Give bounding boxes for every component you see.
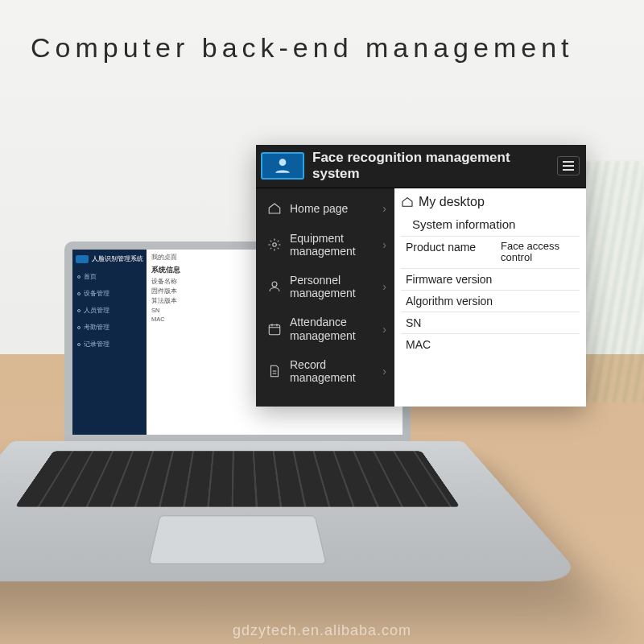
chevron-right-icon: › bbox=[382, 323, 386, 336]
info-value bbox=[501, 273, 580, 286]
sidebar-item-record[interactable]: Record management › bbox=[256, 350, 394, 392]
chevron-right-icon: › bbox=[382, 280, 386, 293]
svg-point-1 bbox=[273, 243, 277, 247]
info-value bbox=[501, 316, 580, 329]
document-icon bbox=[267, 364, 282, 378]
svg-point-0 bbox=[279, 159, 287, 166]
info-key: Product name bbox=[406, 241, 501, 264]
panel-header: Face recognition management system bbox=[256, 145, 586, 188]
sidebar-item-label: Record management bbox=[290, 358, 374, 384]
mini-app-logo: 人脸识别管理系统 bbox=[76, 254, 143, 263]
info-key: Algorithm version bbox=[406, 295, 501, 308]
keyboard bbox=[15, 451, 460, 506]
card-title: System information bbox=[401, 214, 580, 236]
mini-nav-item[interactable]: 考勤管理 bbox=[76, 319, 143, 336]
info-key: Firmware version bbox=[406, 273, 501, 286]
trackpad bbox=[148, 515, 327, 564]
home-icon bbox=[267, 201, 282, 216]
calendar-icon bbox=[267, 322, 282, 336]
info-row: Algorithm version bbox=[401, 290, 580, 312]
mini-nav-item[interactable]: 人员管理 bbox=[76, 302, 143, 319]
info-key: MAC bbox=[406, 338, 501, 351]
chevron-right-icon: › bbox=[382, 238, 386, 251]
content-area: My desktop System information Product na… bbox=[394, 188, 586, 407]
breadcrumb[interactable]: My desktop bbox=[401, 193, 580, 214]
svg-point-2 bbox=[272, 282, 277, 287]
breadcrumb-label: My desktop bbox=[419, 195, 485, 209]
info-value bbox=[501, 295, 580, 308]
chevron-right-icon: › bbox=[382, 202, 386, 215]
sidebar-item-equipment[interactable]: Equipment management › bbox=[256, 224, 394, 266]
sidebar-item-label: Home page bbox=[290, 202, 374, 215]
mini-nav-item[interactable]: 设备管理 bbox=[76, 285, 143, 302]
info-row: SN bbox=[401, 312, 580, 333]
sidebar: Home page › Equipment management › Perso… bbox=[256, 188, 394, 407]
home-icon bbox=[401, 196, 414, 208]
app-logo-icon bbox=[261, 152, 304, 180]
management-panel: Face recognition management system Home … bbox=[256, 145, 586, 407]
user-icon bbox=[267, 279, 282, 294]
info-row: Product name Face access control bbox=[401, 236, 580, 268]
watermark: gdzytech.en.alibaba.com bbox=[233, 622, 411, 639]
mini-app-title: 人脸识别管理系统 bbox=[92, 254, 143, 263]
chevron-right-icon: › bbox=[382, 365, 386, 378]
menu-toggle-button[interactable] bbox=[557, 156, 580, 175]
svg-rect-3 bbox=[269, 324, 280, 334]
panel-title: Face recognition management system bbox=[312, 150, 557, 181]
sidebar-item-label: Personnel management bbox=[290, 274, 374, 299]
sidebar-item-attendance[interactable]: Attendance management › bbox=[256, 308, 394, 349]
info-row: MAC bbox=[401, 333, 580, 355]
info-key: SN bbox=[406, 316, 501, 329]
info-value: Face access control bbox=[501, 241, 580, 264]
page-title: Computer back-end management bbox=[31, 32, 574, 64]
sidebar-item-label: Equipment management bbox=[290, 232, 374, 258]
info-row: Firmware version bbox=[401, 268, 580, 290]
mini-nav-item[interactable]: 记录管理 bbox=[76, 336, 143, 353]
info-value bbox=[501, 338, 580, 351]
sidebar-item-label: Attendance management bbox=[290, 316, 374, 341]
sidebar-item-personnel[interactable]: Personnel management › bbox=[256, 266, 394, 308]
gear-icon bbox=[267, 237, 282, 252]
mini-nav-item[interactable]: 首页 bbox=[76, 268, 143, 285]
sidebar-item-home[interactable]: Home page › bbox=[256, 193, 394, 224]
